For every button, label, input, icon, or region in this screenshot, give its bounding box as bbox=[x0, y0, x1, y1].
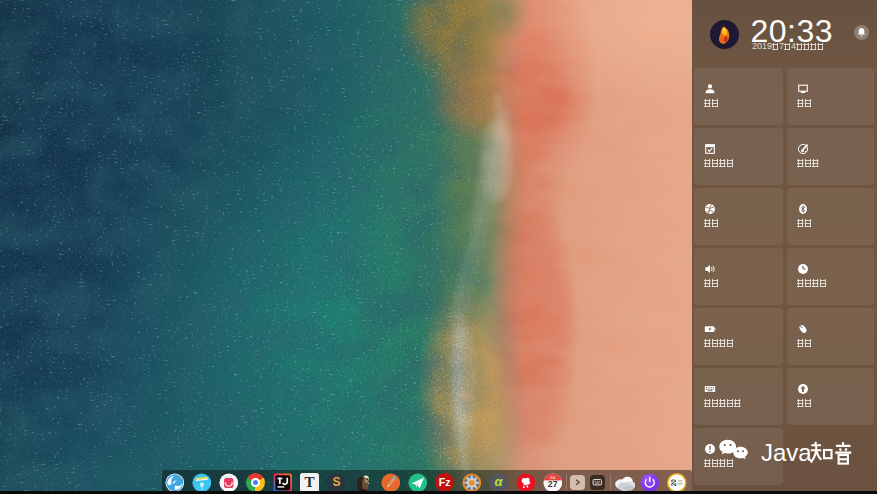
svg-text:33: 33 bbox=[678, 480, 683, 486]
svg-text:27: 27 bbox=[548, 479, 558, 489]
svg-text:20: 20 bbox=[670, 479, 677, 487]
svg-text:JUL: JUL bbox=[549, 475, 557, 480]
